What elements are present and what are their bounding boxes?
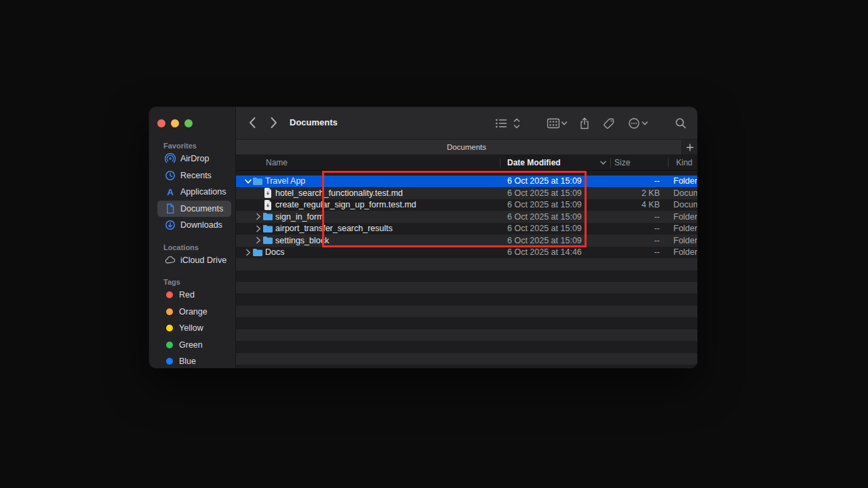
sidebar-item-label: Documents — [180, 204, 223, 214]
tag-color-dot — [166, 308, 173, 315]
file-kind: Folder — [673, 176, 697, 188]
file-row-create-sign-up[interactable]: create_regular_sign_up_form.test.md 6 Oc… — [236, 199, 697, 211]
column-divider[interactable] — [668, 158, 669, 167]
sidebar-item-applications[interactable]: A Applications — [157, 184, 231, 201]
disclosure-closed-icon[interactable] — [244, 249, 252, 256]
column-name[interactable]: Name — [266, 158, 288, 167]
close-button[interactable] — [157, 119, 165, 127]
file-name: settings_block — [275, 236, 329, 245]
file-name: Travel App — [265, 176, 305, 186]
tag-icon[interactable] — [604, 117, 615, 129]
file-row-settings-block[interactable]: settings_block 6 Oct 2025 at 15:09 -- Fo… — [236, 235, 697, 247]
tag-label: Yellow — [179, 323, 203, 333]
content-area: Documents — [236, 107, 697, 368]
minimize-button[interactable] — [171, 119, 179, 127]
group-grid-icon[interactable] — [547, 118, 560, 129]
sidebar-item-icloud-drive[interactable]: iCloud Drive — [157, 252, 231, 269]
file-date: 6 Oct 2025 at 15:09 — [507, 235, 582, 247]
file-date: 6 Oct 2025 at 15:09 — [507, 187, 582, 199]
sidebar-item-recents[interactable]: Recents — [157, 167, 231, 184]
file-size: -- — [612, 223, 660, 235]
tab-bar: Documents — [236, 139, 697, 155]
file-name: sign_in_form — [275, 212, 324, 222]
group-chevron-down-icon[interactable] — [561, 121, 568, 125]
file-icon — [262, 200, 273, 210]
sidebar-item-downloads[interactable]: Downloads — [157, 217, 231, 234]
disclosure-open-icon[interactable] — [244, 178, 252, 185]
tag-color-dot — [166, 291, 173, 298]
sidebar-item-documents[interactable]: Documents — [157, 201, 231, 218]
file-size: -- — [612, 211, 660, 223]
disclosure-closed-icon[interactable] — [254, 213, 262, 220]
file-kind: Document — [673, 199, 697, 211]
sidebar-tag-green[interactable]: Green — [157, 337, 231, 354]
file-row-docs[interactable]: Docs 6 Oct 2025 at 14:46 -- Folder — [236, 247, 697, 259]
file-date: 6 Oct 2025 at 15:09 — [507, 199, 582, 211]
back-button[interactable] — [248, 117, 256, 129]
file-row-hotel-search[interactable]: hotel_search_functionality.test.md 6 Oct… — [236, 187, 697, 199]
sidebar-item-label: Downloads — [180, 220, 222, 230]
file-size: -- — [612, 176, 660, 188]
folder-icon — [262, 224, 273, 233]
file-date: 6 Oct 2025 at 15:09 — [507, 176, 582, 188]
sidebar-section-favorites: Favorites — [163, 142, 235, 150]
file-row-airport-transfer[interactable]: airport_transfer_search_results 6 Oct 20… — [236, 223, 697, 235]
airdrop-icon — [165, 153, 176, 164]
file-name: airport_transfer_search_results — [275, 224, 393, 233]
share-icon[interactable] — [580, 117, 590, 129]
disclosure-closed-icon[interactable] — [254, 225, 262, 232]
sidebar-tag-orange[interactable]: Orange — [157, 304, 231, 321]
sidebar-item-label: AirDrop — [180, 154, 209, 163]
tag-label: Blue — [179, 357, 196, 366]
empty-rows-stripes — [236, 258, 697, 368]
sort-toggle-icon[interactable] — [513, 118, 520, 129]
file-date: 6 Oct 2025 at 14:46 — [507, 247, 582, 259]
forward-button[interactable] — [270, 117, 278, 129]
search-icon[interactable] — [675, 117, 687, 129]
column-divider[interactable] — [610, 158, 611, 167]
tag-label: Red — [179, 290, 195, 300]
new-tab-button[interactable] — [682, 140, 697, 155]
svg-text:A: A — [167, 187, 174, 197]
file-list: Travel App 6 Oct 2025 at 15:09 -- Folder… — [236, 171, 697, 368]
column-date-modified[interactable]: Date Modified — [507, 158, 561, 167]
file-kind: Folder — [673, 223, 697, 235]
column-size[interactable]: Size — [614, 158, 630, 167]
file-kind: Folder — [673, 211, 697, 223]
file-row-travel-app[interactable]: Travel App 6 Oct 2025 at 15:09 -- Folder — [236, 176, 697, 188]
tab-documents[interactable]: Documents — [236, 140, 697, 155]
column-kind[interactable]: Kind — [676, 158, 692, 167]
finder-window: Favorites AirDrop Recents A Applications — [149, 107, 697, 368]
tag-label: Green — [179, 340, 203, 350]
file-date: 6 Oct 2025 at 15:09 — [507, 211, 582, 223]
list-view-icon[interactable] — [496, 118, 507, 128]
tag-label: Orange — [179, 307, 208, 317]
file-size: -- — [612, 235, 660, 247]
column-divider[interactable] — [500, 158, 500, 167]
zoom-button[interactable] — [184, 119, 193, 127]
file-icon — [262, 188, 273, 198]
disclosure-closed-icon[interactable] — [254, 237, 262, 244]
sort-chevron-down-icon[interactable] — [600, 161, 606, 165]
toolbar: Documents — [236, 107, 697, 139]
sidebar-tag-yellow[interactable]: Yellow — [157, 320, 231, 337]
file-size: 4 KB — [612, 199, 660, 211]
folder-icon — [262, 212, 273, 221]
sidebar-item-airdrop[interactable]: AirDrop — [157, 150, 231, 167]
file-kind: Document — [673, 187, 697, 199]
file-kind: Folder — [673, 247, 697, 259]
file-row-sign-in-form[interactable]: sign_in_form 6 Oct 2025 at 15:09 -- Fold… — [236, 211, 697, 223]
folder-icon — [252, 248, 263, 257]
file-name: hotel_search_functionality.test.md — [275, 188, 403, 198]
traffic-lights — [157, 119, 193, 127]
more-chevron-down-icon[interactable] — [642, 121, 648, 125]
sidebar-tag-red[interactable]: Red — [157, 287, 231, 304]
tag-color-dot — [166, 358, 173, 365]
sidebar-tag-blue[interactable]: Blue — [157, 353, 231, 368]
more-options-icon[interactable] — [629, 117, 640, 129]
file-size: 2 KB — [612, 187, 660, 199]
file-size: -- — [612, 247, 660, 259]
sidebar-section-locations: Locations — [163, 243, 235, 251]
file-date: 6 Oct 2025 at 15:09 — [507, 223, 582, 235]
column-header: Name Date Modified Size Kind — [236, 155, 697, 171]
